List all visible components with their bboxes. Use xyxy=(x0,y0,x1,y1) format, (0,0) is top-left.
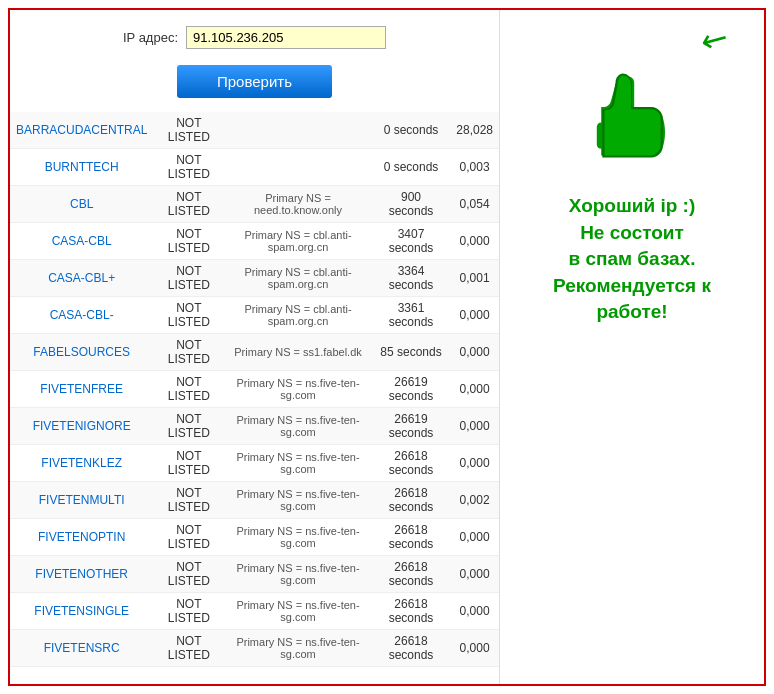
row-score-1: 0,003 xyxy=(450,149,499,186)
row-name-5[interactable]: CASA-CBL- xyxy=(10,297,153,334)
row-time-2: 900 seconds xyxy=(372,186,451,223)
row-score-11: 0,000 xyxy=(450,519,499,556)
row-score-12: 0,000 xyxy=(450,556,499,593)
table-row: FIVETENOTHER NOT LISTED Primary NS = ns.… xyxy=(10,556,499,593)
row-status-7: NOT LISTED xyxy=(153,371,224,408)
results-table: BARRACUDACENTRAL NOT LISTED 0 seconds 28… xyxy=(10,112,499,667)
row-status-0: NOT LISTED xyxy=(153,112,224,149)
row-status-8: NOT LISTED xyxy=(153,408,224,445)
row-name-9[interactable]: FIVETENKLEZ xyxy=(10,445,153,482)
row-ns-0 xyxy=(224,112,371,149)
row-status-14: NOT LISTED xyxy=(153,630,224,667)
table-row: BURNTTECH NOT LISTED 0 seconds 0,003 xyxy=(10,149,499,186)
row-ns-8: Primary NS = ns.five-ten-sg.com xyxy=(224,408,371,445)
row-ns-11: Primary NS = ns.five-ten-sg.com xyxy=(224,519,371,556)
row-ns-12: Primary NS = ns.five-ten-sg.com xyxy=(224,556,371,593)
row-status-5: NOT LISTED xyxy=(153,297,224,334)
table-row: CASA-CBL NOT LISTED Primary NS = cbl.ant… xyxy=(10,223,499,260)
row-link-3[interactable]: CASA-CBL xyxy=(52,234,112,248)
row-name-3[interactable]: CASA-CBL xyxy=(10,223,153,260)
row-link-9[interactable]: FIVETENKLEZ xyxy=(41,456,122,470)
row-time-5: 3361 seconds xyxy=(372,297,451,334)
row-time-1: 0 seconds xyxy=(372,149,451,186)
row-score-2: 0,054 xyxy=(450,186,499,223)
row-name-6[interactable]: FABELSOURCES xyxy=(10,334,153,371)
row-time-3: 3407 seconds xyxy=(372,223,451,260)
row-link-1[interactable]: BURNTTECH xyxy=(45,160,119,174)
row-time-4: 3364 seconds xyxy=(372,260,451,297)
row-link-11[interactable]: FIVETENOPTIN xyxy=(38,530,125,544)
row-name-0[interactable]: BARRACUDACENTRAL xyxy=(10,112,153,149)
row-status-3: NOT LISTED xyxy=(153,223,224,260)
row-link-5[interactable]: CASA-CBL- xyxy=(50,308,114,322)
row-name-12[interactable]: FIVETENOTHER xyxy=(10,556,153,593)
row-ns-2: Primary NS = need.to.know.only xyxy=(224,186,371,223)
row-score-7: 0,000 xyxy=(450,371,499,408)
row-link-4[interactable]: CASA-CBL+ xyxy=(48,271,115,285)
row-link-12[interactable]: FIVETENOTHER xyxy=(35,567,128,581)
row-status-1: NOT LISTED xyxy=(153,149,224,186)
row-score-8: 0,000 xyxy=(450,408,499,445)
row-time-10: 26618 seconds xyxy=(372,482,451,519)
row-score-0: 28,028 xyxy=(450,112,499,149)
row-link-14[interactable]: FIVETENSRC xyxy=(44,641,120,655)
row-link-8[interactable]: FIVETENIGNORE xyxy=(33,419,131,433)
row-status-13: NOT LISTED xyxy=(153,593,224,630)
row-name-4[interactable]: CASA-CBL+ xyxy=(10,260,153,297)
row-score-14: 0,000 xyxy=(450,630,499,667)
row-link-6[interactable]: FABELSOURCES xyxy=(33,345,130,359)
row-time-9: 26618 seconds xyxy=(372,445,451,482)
row-score-5: 0,000 xyxy=(450,297,499,334)
row-ns-5: Primary NS = cbl.anti-spam.org.cn xyxy=(224,297,371,334)
row-time-14: 26618 seconds xyxy=(372,630,451,667)
row-ns-1 xyxy=(224,149,371,186)
row-time-6: 85 seconds xyxy=(372,334,451,371)
table-row: CASA-CBL+ NOT LISTED Primary NS = cbl.an… xyxy=(10,260,499,297)
row-score-9: 0,000 xyxy=(450,445,499,482)
row-name-10[interactable]: FIVETENMULTI xyxy=(10,482,153,519)
row-ns-6: Primary NS = ss1.fabel.dk xyxy=(224,334,371,371)
row-link-13[interactable]: FIVETENSINGLE xyxy=(34,604,129,618)
table-row: CASA-CBL- NOT LISTED Primary NS = cbl.an… xyxy=(10,297,499,334)
row-ns-9: Primary NS = ns.five-ten-sg.com xyxy=(224,445,371,482)
row-score-10: 0,002 xyxy=(450,482,499,519)
row-name-13[interactable]: FIVETENSINGLE xyxy=(10,593,153,630)
row-status-4: NOT LISTED xyxy=(153,260,224,297)
row-status-10: NOT LISTED xyxy=(153,482,224,519)
row-status-6: NOT LISTED xyxy=(153,334,224,371)
row-name-7[interactable]: FIVETENFREE xyxy=(10,371,153,408)
row-time-0: 0 seconds xyxy=(372,112,451,149)
row-ns-10: Primary NS = ns.five-ten-sg.com xyxy=(224,482,371,519)
table-row: FABELSOURCES NOT LISTED Primary NS = ss1… xyxy=(10,334,499,371)
row-score-6: 0,000 xyxy=(450,334,499,371)
table-row: FIVETENOPTIN NOT LISTED Primary NS = ns.… xyxy=(10,519,499,556)
table-row: FIVETENMULTI NOT LISTED Primary NS = ns.… xyxy=(10,482,499,519)
row-status-9: NOT LISTED xyxy=(153,445,224,482)
row-name-8[interactable]: FIVETENIGNORE xyxy=(10,408,153,445)
table-row: BARRACUDACENTRAL NOT LISTED 0 seconds 28… xyxy=(10,112,499,149)
row-name-11[interactable]: FIVETENOPTIN xyxy=(10,519,153,556)
row-link-10[interactable]: FIVETENMULTI xyxy=(39,493,125,507)
ip-input[interactable] xyxy=(186,26,386,49)
row-ns-14: Primary NS = ns.five-ten-sg.com xyxy=(224,630,371,667)
row-ns-3: Primary NS = cbl.anti-spam.org.cn xyxy=(224,223,371,260)
table-row: CBL NOT LISTED Primary NS = need.to.know… xyxy=(10,186,499,223)
row-score-3: 0,000 xyxy=(450,223,499,260)
row-status-12: NOT LISTED xyxy=(153,556,224,593)
ip-label: IP адрес: xyxy=(123,30,178,45)
check-button[interactable]: Проверить xyxy=(177,65,332,98)
row-link-0[interactable]: BARRACUDACENTRAL xyxy=(16,123,147,137)
table-row: FIVETENIGNORE NOT LISTED Primary NS = ns… xyxy=(10,408,499,445)
row-name-14[interactable]: FIVETENSRC xyxy=(10,630,153,667)
row-score-4: 0,001 xyxy=(450,260,499,297)
row-link-2[interactable]: CBL xyxy=(70,197,93,211)
row-status-2: NOT LISTED xyxy=(153,186,224,223)
row-name-2[interactable]: CBL xyxy=(10,186,153,223)
row-name-1[interactable]: BURNTTECH xyxy=(10,149,153,186)
row-time-11: 26618 seconds xyxy=(372,519,451,556)
row-score-13: 0,000 xyxy=(450,593,499,630)
row-time-7: 26619 seconds xyxy=(372,371,451,408)
row-time-8: 26619 seconds xyxy=(372,408,451,445)
row-ns-13: Primary NS = ns.five-ten-sg.com xyxy=(224,593,371,630)
row-link-7[interactable]: FIVETENFREE xyxy=(40,382,123,396)
